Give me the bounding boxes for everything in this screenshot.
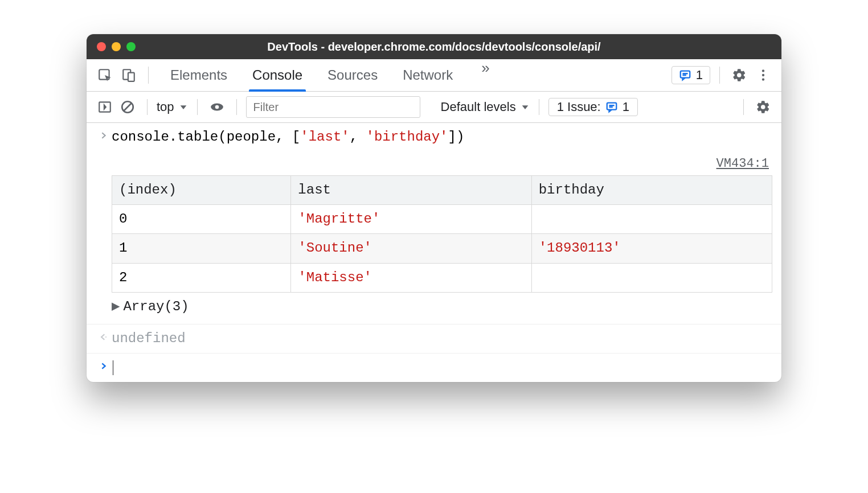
svg-point-4 bbox=[762, 69, 764, 72]
log-levels-label: Default levels bbox=[441, 100, 516, 114]
more-menu-icon[interactable] bbox=[753, 65, 773, 85]
minimize-window-button[interactable] bbox=[112, 42, 121, 51]
message-icon bbox=[605, 101, 618, 113]
console-toolbar: top Default levels 1 Issue: 1 bbox=[87, 92, 781, 123]
inspect-element-icon[interactable] bbox=[95, 65, 115, 85]
console-input-echo: console.table(people, ['last', 'birthday… bbox=[87, 123, 781, 151]
chevron-down-icon bbox=[179, 102, 188, 112]
return-marker-icon bbox=[96, 328, 112, 342]
console-output: VM434:1 (index) last birthday 0 'Magritt… bbox=[87, 151, 781, 324]
svg-point-12 bbox=[105, 336, 107, 338]
cell-birthday bbox=[531, 204, 772, 233]
messages-count: 1 bbox=[696, 68, 703, 83]
text-caret bbox=[113, 360, 113, 375]
console-return-row: undefined bbox=[87, 324, 781, 354]
issues-badge[interactable]: 1 Issue: 1 bbox=[548, 98, 638, 116]
toggle-sidebar-icon[interactable] bbox=[95, 97, 115, 117]
tabs-overflow-button[interactable]: » bbox=[477, 59, 494, 91]
separator bbox=[743, 99, 744, 115]
separator bbox=[236, 99, 237, 115]
col-birthday[interactable]: birthday bbox=[531, 175, 772, 204]
tab-label: Network bbox=[403, 67, 453, 83]
cell-index: 2 bbox=[112, 263, 291, 292]
array-summary[interactable]: ▶ Array(3) bbox=[112, 296, 772, 318]
message-icon bbox=[679, 69, 691, 81]
clear-console-icon[interactable] bbox=[117, 97, 138, 117]
tab-network[interactable]: Network bbox=[402, 59, 454, 91]
tabs-row: Elements Console Sources Network » 1 bbox=[87, 59, 781, 92]
prompt-marker-icon bbox=[96, 357, 112, 371]
expand-triangle-icon: ▶ bbox=[112, 296, 120, 318]
table-row: 0 'Magritte' bbox=[112, 204, 772, 233]
context-label: top bbox=[157, 100, 174, 114]
prompt-input[interactable] bbox=[112, 357, 772, 379]
separator bbox=[539, 99, 539, 115]
array-summary-text: Array(3) bbox=[123, 296, 189, 318]
col-index[interactable]: (index) bbox=[112, 175, 291, 204]
devtools-window: DevTools - developer.chrome.com/docs/dev… bbox=[87, 34, 781, 382]
separator bbox=[148, 67, 149, 84]
issues-count: 1 bbox=[623, 100, 629, 114]
device-toolbar-icon[interactable] bbox=[118, 65, 139, 85]
filter-input[interactable] bbox=[246, 96, 420, 118]
command-text: console.table(people, ['last', 'birthday… bbox=[112, 126, 772, 148]
context-selector[interactable]: top bbox=[157, 100, 188, 114]
tab-elements[interactable]: Elements bbox=[169, 59, 228, 91]
console-table: (index) last birthday 0 'Magritte' 1 'So… bbox=[112, 175, 772, 293]
svg-point-6 bbox=[762, 78, 764, 80]
cell-index: 0 bbox=[112, 204, 291, 233]
live-expression-icon[interactable] bbox=[207, 97, 227, 117]
cell-birthday: '18930113' bbox=[531, 234, 772, 263]
svg-rect-2 bbox=[128, 73, 134, 81]
panel-tabs: Elements Console Sources Network » bbox=[169, 59, 494, 91]
svg-rect-3 bbox=[681, 71, 690, 78]
messages-badge[interactable]: 1 bbox=[672, 66, 710, 84]
tab-label: Sources bbox=[327, 67, 378, 83]
chevron-down-icon bbox=[521, 102, 530, 112]
window-title: DevTools - developer.chrome.com/docs/dev… bbox=[87, 40, 781, 54]
tab-sources[interactable]: Sources bbox=[326, 59, 379, 91]
titlebar: DevTools - developer.chrome.com/docs/dev… bbox=[87, 34, 781, 59]
col-last[interactable]: last bbox=[291, 175, 531, 204]
settings-icon[interactable] bbox=[729, 65, 750, 85]
cell-index: 1 bbox=[112, 234, 291, 263]
cell-last: 'Soutine' bbox=[291, 234, 531, 263]
console-settings-icon[interactable] bbox=[753, 97, 773, 117]
table-row: 1 'Soutine' '18930113' bbox=[112, 234, 772, 263]
console-body: console.table(people, ['last', 'birthday… bbox=[87, 123, 781, 382]
tab-label: Elements bbox=[170, 67, 227, 83]
svg-point-10 bbox=[215, 105, 219, 109]
cell-birthday bbox=[531, 263, 772, 292]
source-link[interactable]: VM434:1 bbox=[112, 154, 772, 174]
tab-label: Console bbox=[252, 67, 302, 83]
zoom-window-button[interactable] bbox=[126, 42, 136, 51]
separator bbox=[719, 67, 720, 84]
tab-console[interactable]: Console bbox=[251, 59, 304, 91]
cell-last: 'Matisse' bbox=[291, 263, 531, 292]
close-window-button[interactable] bbox=[97, 42, 106, 51]
return-value: undefined bbox=[112, 328, 772, 350]
svg-point-5 bbox=[762, 74, 764, 76]
svg-rect-11 bbox=[607, 103, 616, 110]
console-prompt[interactable] bbox=[87, 354, 781, 382]
log-levels-selector[interactable]: Default levels bbox=[441, 100, 530, 114]
window-controls bbox=[87, 42, 136, 51]
table-row: 2 'Matisse' bbox=[112, 263, 772, 292]
separator bbox=[147, 99, 148, 115]
table-header-row: (index) last birthday bbox=[112, 175, 772, 204]
input-marker-icon bbox=[96, 126, 112, 140]
issues-label: 1 Issue: bbox=[557, 100, 601, 114]
separator bbox=[197, 99, 198, 115]
cell-last: 'Magritte' bbox=[291, 204, 531, 233]
